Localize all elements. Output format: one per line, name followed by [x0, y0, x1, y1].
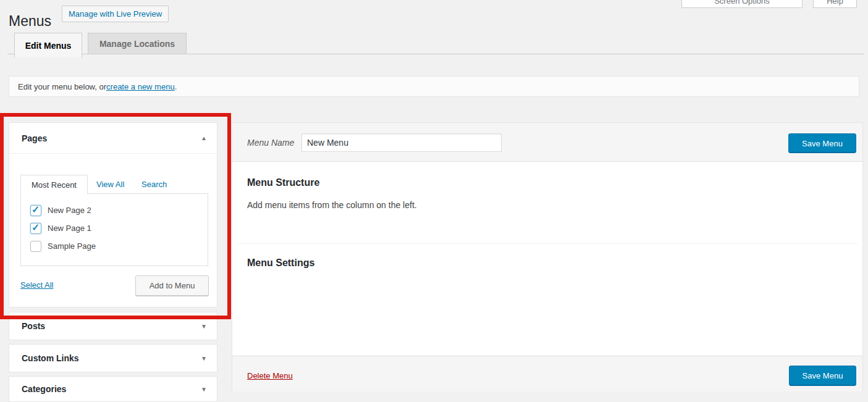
tab-edit-menus[interactable]: Edit Menus — [14, 33, 82, 57]
notice-text: Edit your menu below, or — [18, 82, 106, 91]
collapse-up-icon[interactable]: ▲ — [201, 135, 207, 141]
menu-settings-heading: Menu Settings — [247, 258, 314, 269]
save-menu-button-bottom[interactable]: Save Menu — [789, 366, 856, 386]
menu-structure-description: Add menu items from the column on the le… — [247, 200, 417, 210]
checkbox-checked[interactable] — [30, 205, 41, 216]
posts-panel-title: Posts — [22, 321, 45, 331]
page-checkbox-row[interactable]: New Page 2 — [30, 201, 208, 219]
page-title: Menus — [9, 12, 51, 30]
page-item-label: New Page 1 — [48, 224, 91, 233]
pages-panel-title: Pages — [22, 133, 47, 143]
settings-divider — [237, 243, 857, 244]
checkbox-checked[interactable] — [30, 223, 41, 234]
pages-tab-view-all[interactable]: View All — [96, 175, 124, 193]
pages-tab-search[interactable]: Search — [141, 175, 167, 193]
posts-panel-header[interactable]: Posts ▼ — [9, 312, 217, 340]
categories-panel: Categories ▼ — [9, 376, 217, 402]
posts-panel: Posts ▼ — [9, 312, 217, 340]
menu-name-input[interactable] — [301, 133, 502, 152]
custom-links-panel-title: Custom Links — [22, 353, 79, 363]
notice-text-after: . — [175, 82, 177, 91]
screen-options-label: Screen Options — [714, 0, 770, 6]
menu-name-label: Menu Name — [247, 138, 294, 148]
help-button[interactable]: Help — [813, 0, 857, 8]
page-checkbox-row[interactable]: Sample Page — [30, 237, 208, 255]
add-to-menu-button[interactable]: Add to Menu — [135, 275, 209, 296]
custom-links-panel: Custom Links ▼ — [9, 344, 217, 372]
pages-panel-header[interactable]: Pages ▲ — [9, 123, 217, 154]
pages-panel: Pages ▲ Most Recent View All Search New … — [9, 122, 217, 308]
select-all-link[interactable]: Select All — [20, 280, 53, 290]
custom-links-panel-header[interactable]: Custom Links ▼ — [9, 345, 217, 372]
tab-divider — [7, 54, 864, 54]
delete-menu-link[interactable]: Delete Menu — [247, 371, 293, 380]
categories-panel-header[interactable]: Categories ▼ — [9, 377, 217, 401]
page-checkbox-row[interactable]: New Page 1 — [30, 219, 208, 237]
menu-editor-panel: Menu Name Save Menu Menu Structure Add m… — [232, 122, 863, 392]
help-label: Help — [827, 0, 843, 6]
menu-editor-header: Menu Name Save Menu — [232, 123, 862, 162]
categories-panel-title: Categories — [22, 384, 66, 394]
menu-structure-heading: Menu Structure — [247, 177, 319, 188]
checkbox-unchecked[interactable] — [30, 241, 41, 252]
edit-menu-notice: Edit your menu below, or create a new me… — [9, 76, 859, 97]
create-new-menu-link[interactable]: create a new menu — [106, 82, 175, 91]
page-item-label: New Page 2 — [48, 206, 91, 215]
menu-editor-footer: Delete Menu Save Menu — [232, 356, 862, 392]
pages-checklist: New Page 2 New Page 1 Sample Page — [20, 193, 208, 266]
manage-live-preview-button[interactable]: Manage with Live Preview — [62, 6, 169, 22]
collapse-down-icon[interactable]: ▼ — [201, 323, 207, 330]
collapse-down-icon[interactable]: ▼ — [201, 386, 207, 393]
save-menu-button-top[interactable]: Save Menu — [788, 133, 856, 153]
collapse-down-icon[interactable]: ▼ — [201, 355, 207, 362]
page-item-label: Sample Page — [48, 241, 96, 251]
tab-manage-locations[interactable]: Manage Locations — [88, 33, 187, 54]
screen-options-button[interactable]: Screen Options — [681, 0, 803, 8]
pages-tab-most-recent[interactable]: Most Recent — [20, 175, 88, 194]
